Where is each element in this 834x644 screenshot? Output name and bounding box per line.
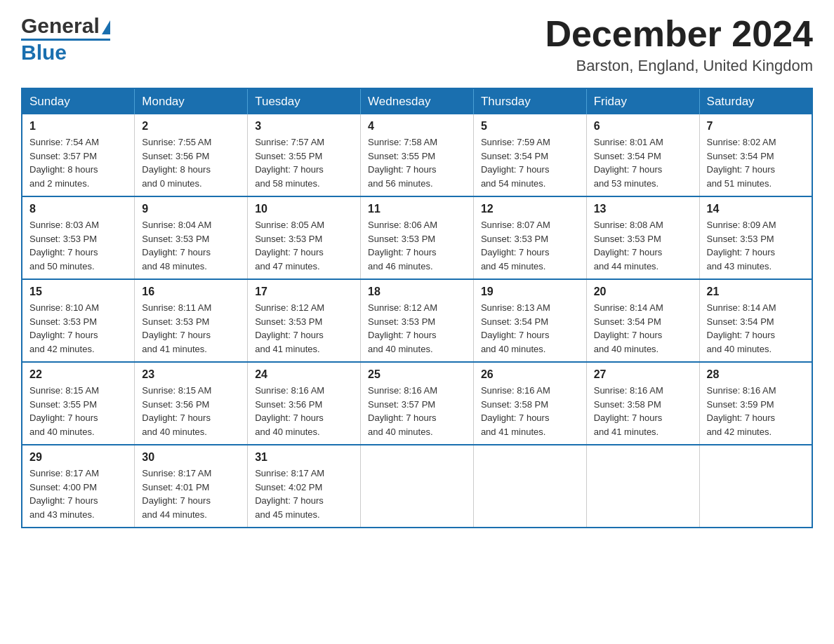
calendar-cell: 17 Sunrise: 8:12 AMSunset: 3:53 PMDaylig… (248, 279, 361, 362)
day-number: 7 (707, 120, 805, 133)
day-info: Sunrise: 8:16 AMSunset: 3:59 PMDaylight:… (707, 385, 776, 437)
day-number: 19 (481, 286, 579, 298)
day-info: Sunrise: 7:58 AMSunset: 3:55 PMDaylight:… (368, 137, 437, 189)
calendar-cell: 24 Sunrise: 8:16 AMSunset: 3:56 PMDaylig… (248, 362, 361, 445)
day-info: Sunrise: 8:02 AMSunset: 3:54 PMDaylight:… (707, 137, 776, 189)
calendar-cell: 3 Sunrise: 7:57 AMSunset: 3:55 PMDayligh… (248, 114, 361, 196)
day-number: 4 (368, 120, 466, 133)
logo-general-text: General (21, 14, 100, 38)
day-number: 5 (481, 120, 579, 133)
day-info: Sunrise: 8:04 AMSunset: 3:53 PMDaylight:… (142, 220, 211, 271)
day-info: Sunrise: 8:03 AMSunset: 3:53 PMDaylight:… (29, 220, 99, 271)
logo-arrow-icon (102, 20, 110, 34)
day-number: 31 (255, 451, 353, 464)
day-info: Sunrise: 8:07 AMSunset: 3:53 PMDaylight:… (481, 220, 550, 271)
day-number: 20 (594, 286, 692, 298)
day-number: 2 (142, 120, 240, 133)
calendar-week-2: 8 Sunrise: 8:03 AMSunset: 3:53 PMDayligh… (22, 196, 812, 279)
day-number: 24 (255, 368, 353, 381)
col-thursday: Thursday (473, 88, 586, 114)
day-number: 29 (29, 451, 127, 464)
calendar-header-row: Sunday Monday Tuesday Wednesday Thursday… (22, 88, 812, 114)
calendar-cell: 4 Sunrise: 7:58 AMSunset: 3:55 PMDayligh… (361, 114, 474, 196)
day-number: 3 (255, 120, 353, 133)
day-info: Sunrise: 8:11 AMSunset: 3:53 PMDaylight:… (142, 302, 211, 354)
calendar-cell: 18 Sunrise: 8:12 AMSunset: 3:53 PMDaylig… (361, 279, 474, 362)
col-monday: Monday (135, 88, 248, 114)
day-info: Sunrise: 8:15 AMSunset: 3:55 PMDaylight:… (29, 385, 99, 437)
day-number: 6 (594, 120, 692, 133)
col-friday: Friday (586, 88, 699, 114)
day-number: 12 (481, 203, 579, 215)
day-number: 15 (29, 286, 127, 298)
logo: General Blue (21, 14, 110, 65)
calendar-cell: 29 Sunrise: 8:17 AMSunset: 4:00 PMDaylig… (22, 445, 135, 528)
calendar-cell: 12 Sunrise: 8:07 AMSunset: 3:53 PMDaylig… (473, 196, 586, 279)
day-info: Sunrise: 8:06 AMSunset: 3:53 PMDaylight:… (368, 220, 437, 271)
day-number: 9 (142, 203, 240, 215)
day-info: Sunrise: 8:14 AMSunset: 3:54 PMDaylight:… (594, 302, 663, 354)
calendar-cell: 27 Sunrise: 8:16 AMSunset: 3:58 PMDaylig… (586, 362, 699, 445)
calendar-cell: 9 Sunrise: 8:04 AMSunset: 3:53 PMDayligh… (135, 196, 248, 279)
col-saturday: Saturday (699, 88, 812, 114)
calendar-cell (699, 445, 812, 528)
title-block: December 2024 Barston, England, United K… (545, 14, 813, 75)
day-info: Sunrise: 8:14 AMSunset: 3:54 PMDaylight:… (707, 302, 776, 354)
page-header: General Blue December 2024 Barston, Engl… (21, 14, 813, 75)
logo-blue-text: Blue (21, 41, 67, 65)
day-number: 16 (142, 286, 240, 298)
day-info: Sunrise: 8:12 AMSunset: 3:53 PMDaylight:… (255, 302, 324, 354)
col-sunday: Sunday (22, 88, 135, 114)
day-info: Sunrise: 8:15 AMSunset: 3:56 PMDaylight:… (142, 385, 211, 437)
day-info: Sunrise: 8:16 AMSunset: 3:57 PMDaylight:… (368, 385, 437, 437)
day-info: Sunrise: 8:13 AMSunset: 3:54 PMDaylight:… (481, 302, 550, 354)
calendar-cell: 16 Sunrise: 8:11 AMSunset: 3:53 PMDaylig… (135, 279, 248, 362)
calendar-cell: 15 Sunrise: 8:10 AMSunset: 3:53 PMDaylig… (22, 279, 135, 362)
day-number: 8 (29, 203, 127, 215)
day-info: Sunrise: 8:16 AMSunset: 3:58 PMDaylight:… (481, 385, 550, 437)
day-number: 13 (594, 203, 692, 215)
day-info: Sunrise: 8:16 AMSunset: 3:58 PMDaylight:… (594, 385, 663, 437)
calendar-title: December 2024 (545, 14, 813, 54)
calendar-cell (361, 445, 474, 528)
calendar-cell (473, 445, 586, 528)
calendar-week-3: 15 Sunrise: 8:10 AMSunset: 3:53 PMDaylig… (22, 279, 812, 362)
day-info: Sunrise: 8:08 AMSunset: 3:53 PMDaylight:… (594, 220, 663, 271)
calendar-cell: 5 Sunrise: 7:59 AMSunset: 3:54 PMDayligh… (473, 114, 586, 196)
day-info: Sunrise: 8:12 AMSunset: 3:53 PMDaylight:… (368, 302, 437, 354)
calendar-cell: 7 Sunrise: 8:02 AMSunset: 3:54 PMDayligh… (699, 114, 812, 196)
day-number: 22 (29, 368, 127, 381)
calendar-cell: 25 Sunrise: 8:16 AMSunset: 3:57 PMDaylig… (361, 362, 474, 445)
day-number: 18 (368, 286, 466, 298)
calendar-cell: 1 Sunrise: 7:54 AMSunset: 3:57 PMDayligh… (22, 114, 135, 196)
calendar-cell: 31 Sunrise: 8:17 AMSunset: 4:02 PMDaylig… (248, 445, 361, 528)
calendar-week-5: 29 Sunrise: 8:17 AMSunset: 4:00 PMDaylig… (22, 445, 812, 528)
day-number: 27 (594, 368, 692, 381)
day-info: Sunrise: 8:05 AMSunset: 3:53 PMDaylight:… (255, 220, 324, 271)
calendar-cell (586, 445, 699, 528)
calendar-cell: 11 Sunrise: 8:06 AMSunset: 3:53 PMDaylig… (361, 196, 474, 279)
day-info: Sunrise: 8:01 AMSunset: 3:54 PMDaylight:… (594, 137, 663, 189)
day-info: Sunrise: 8:17 AMSunset: 4:02 PMDaylight:… (255, 468, 324, 520)
day-info: Sunrise: 8:17 AMSunset: 4:00 PMDaylight:… (29, 468, 99, 520)
day-number: 30 (142, 451, 240, 464)
calendar-cell: 13 Sunrise: 8:08 AMSunset: 3:53 PMDaylig… (586, 196, 699, 279)
day-info: Sunrise: 8:16 AMSunset: 3:56 PMDaylight:… (255, 385, 324, 437)
day-number: 10 (255, 203, 353, 215)
day-info: Sunrise: 7:57 AMSunset: 3:55 PMDaylight:… (255, 137, 324, 189)
day-number: 26 (481, 368, 579, 381)
day-number: 14 (707, 203, 805, 215)
day-number: 28 (707, 368, 805, 381)
calendar-cell: 30 Sunrise: 8:17 AMSunset: 4:01 PMDaylig… (135, 445, 248, 528)
day-info: Sunrise: 7:55 AMSunset: 3:56 PMDaylight:… (142, 137, 211, 189)
day-number: 21 (707, 286, 805, 298)
calendar-cell: 8 Sunrise: 8:03 AMSunset: 3:53 PMDayligh… (22, 196, 135, 279)
day-info: Sunrise: 8:09 AMSunset: 3:53 PMDaylight:… (707, 220, 776, 271)
calendar-cell: 28 Sunrise: 8:16 AMSunset: 3:59 PMDaylig… (699, 362, 812, 445)
day-number: 23 (142, 368, 240, 381)
calendar-location: Barston, England, United Kingdom (545, 57, 813, 75)
day-number: 17 (255, 286, 353, 298)
calendar-cell: 20 Sunrise: 8:14 AMSunset: 3:54 PMDaylig… (586, 279, 699, 362)
day-info: Sunrise: 8:10 AMSunset: 3:53 PMDaylight:… (29, 302, 99, 354)
calendar-cell: 21 Sunrise: 8:14 AMSunset: 3:54 PMDaylig… (699, 279, 812, 362)
